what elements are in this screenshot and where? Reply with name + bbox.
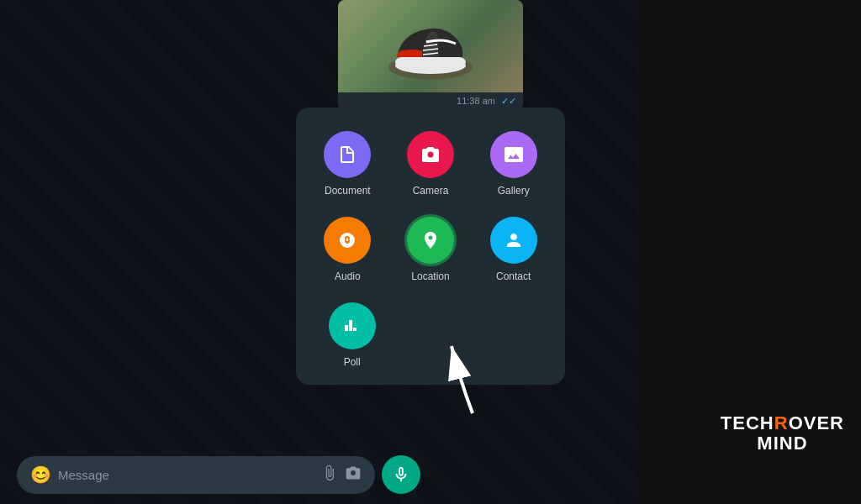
watermark-accent-r: R <box>774 412 789 433</box>
gallery-icon <box>504 144 524 165</box>
poll-label: Poll <box>344 356 361 368</box>
attach-grid-bottom: Poll <box>313 302 548 368</box>
camera-button[interactable] <box>345 465 362 486</box>
audio-icon-bg <box>324 217 371 264</box>
arrow-annotation <box>443 338 510 422</box>
contact-icon <box>504 230 524 250</box>
poll-icon-bg <box>329 302 376 349</box>
document-icon-bg <box>324 131 371 178</box>
audio-label: Audio <box>335 270 361 282</box>
attach-item-contact[interactable]: Contact <box>478 217 548 282</box>
bubble-image <box>338 0 523 92</box>
attach-item-audio[interactable]: Audio <box>313 217 383 282</box>
attachment-menu: Document Camera Gallery <box>296 108 565 385</box>
camera-icon-bg <box>407 131 454 178</box>
svg-point-7 <box>350 239 352 241</box>
attach-item-camera[interactable]: Camera <box>396 131 466 197</box>
location-label: Location <box>411 270 449 282</box>
svg-rect-9 <box>350 322 351 330</box>
watermark-line1: TECHROVER <box>721 413 844 433</box>
document-label: Document <box>325 185 371 197</box>
contact-icon-bg <box>490 217 537 264</box>
gallery-label: Gallery <box>498 185 530 197</box>
location-icon <box>420 230 441 250</box>
audio-icon <box>337 230 357 250</box>
attach-item-document[interactable]: Document <box>313 131 383 197</box>
camera-icon <box>420 144 441 165</box>
location-icon-bg <box>407 217 454 264</box>
emoji-button[interactable]: 😊 <box>30 465 51 485</box>
watermark-line2: MIND <box>721 433 844 454</box>
svg-rect-8 <box>346 326 347 330</box>
watermark: TECHROVER MIND <box>721 413 844 454</box>
attach-grid-top: Document Camera Gallery <box>313 131 548 282</box>
time-text: 11:38 am <box>457 96 495 106</box>
mic-button[interactable] <box>382 455 420 494</box>
attach-item-poll[interactable]: Poll <box>313 302 391 368</box>
shoe-image <box>380 8 481 84</box>
gallery-icon-bg <box>490 131 537 178</box>
attach-item-location[interactable]: Location <box>396 217 466 282</box>
svg-point-6 <box>343 239 346 241</box>
attach-item-gallery[interactable]: Gallery <box>478 131 548 197</box>
message-placeholder[interactable]: Message <box>58 468 314 482</box>
message-bubble: 11:38 am ✓✓ <box>338 0 523 110</box>
attachment-button[interactable] <box>321 465 338 486</box>
poll-icon <box>342 316 362 336</box>
message-input-bar: 😊 Message <box>17 455 420 494</box>
read-ticks: ✓✓ <box>501 96 516 106</box>
document-icon <box>337 144 357 165</box>
svg-rect-2 <box>395 57 466 67</box>
contact-label: Contact <box>496 270 531 282</box>
camera-label: Camera <box>413 185 449 197</box>
svg-rect-10 <box>354 328 356 330</box>
message-input-field[interactable]: 😊 Message <box>17 456 375 494</box>
